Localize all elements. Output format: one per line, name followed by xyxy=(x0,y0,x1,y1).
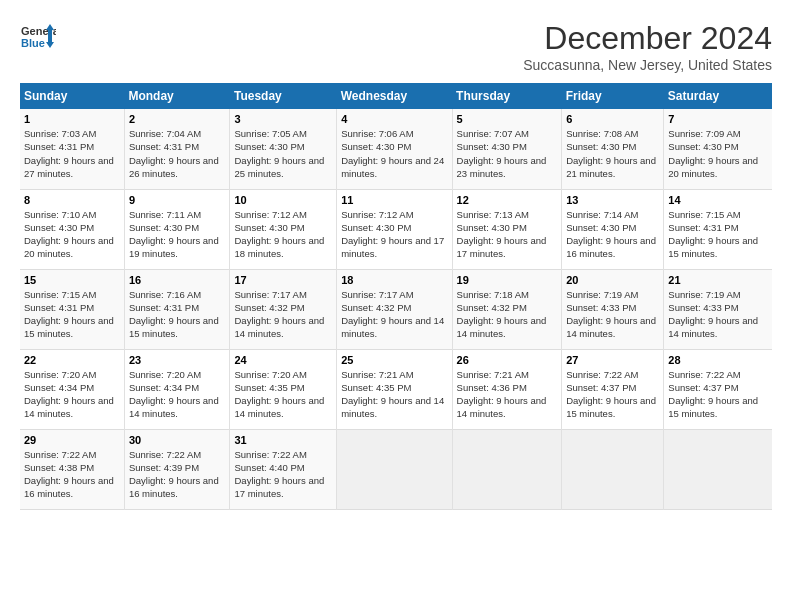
col-header-tuesday: Tuesday xyxy=(230,83,337,109)
day-info: Sunrise: 7:07 AM Sunset: 4:30 PM Dayligh… xyxy=(457,127,558,180)
day-info: Sunrise: 7:15 AM Sunset: 4:31 PM Dayligh… xyxy=(24,288,120,341)
day-cell: 2 Sunrise: 7:04 AM Sunset: 4:31 PM Dayli… xyxy=(124,109,230,189)
day-cell: 17 Sunrise: 7:17 AM Sunset: 4:32 PM Dayl… xyxy=(230,269,337,349)
day-cell: 31 Sunrise: 7:22 AM Sunset: 4:40 PM Dayl… xyxy=(230,429,337,509)
calendar-table: SundayMondayTuesdayWednesdayThursdayFrid… xyxy=(20,83,772,510)
day-number: 7 xyxy=(668,113,768,125)
day-cell: 20 Sunrise: 7:19 AM Sunset: 4:33 PM Dayl… xyxy=(562,269,664,349)
day-info: Sunrise: 7:18 AM Sunset: 4:32 PM Dayligh… xyxy=(457,288,558,341)
day-cell: 1 Sunrise: 7:03 AM Sunset: 4:31 PM Dayli… xyxy=(20,109,124,189)
day-cell: 10 Sunrise: 7:12 AM Sunset: 4:30 PM Dayl… xyxy=(230,189,337,269)
title-area: December 2024 Succasunna, New Jersey, Un… xyxy=(523,20,772,73)
day-info: Sunrise: 7:20 AM Sunset: 4:35 PM Dayligh… xyxy=(234,368,332,421)
day-cell xyxy=(562,429,664,509)
svg-text:Blue: Blue xyxy=(21,37,45,49)
col-header-sunday: Sunday xyxy=(20,83,124,109)
day-number: 16 xyxy=(129,274,226,286)
day-number: 11 xyxy=(341,194,447,206)
day-number: 4 xyxy=(341,113,447,125)
day-number: 5 xyxy=(457,113,558,125)
day-cell: 9 Sunrise: 7:11 AM Sunset: 4:30 PM Dayli… xyxy=(124,189,230,269)
day-cell: 6 Sunrise: 7:08 AM Sunset: 4:30 PM Dayli… xyxy=(562,109,664,189)
day-number: 15 xyxy=(24,274,120,286)
day-info: Sunrise: 7:15 AM Sunset: 4:31 PM Dayligh… xyxy=(668,208,768,261)
day-info: Sunrise: 7:16 AM Sunset: 4:31 PM Dayligh… xyxy=(129,288,226,341)
day-number: 30 xyxy=(129,434,226,446)
day-info: Sunrise: 7:17 AM Sunset: 4:32 PM Dayligh… xyxy=(341,288,447,341)
day-info: Sunrise: 7:17 AM Sunset: 4:32 PM Dayligh… xyxy=(234,288,332,341)
day-cell: 24 Sunrise: 7:20 AM Sunset: 4:35 PM Dayl… xyxy=(230,349,337,429)
day-cell: 13 Sunrise: 7:14 AM Sunset: 4:30 PM Dayl… xyxy=(562,189,664,269)
day-info: Sunrise: 7:22 AM Sunset: 4:39 PM Dayligh… xyxy=(129,448,226,501)
day-number: 27 xyxy=(566,354,659,366)
day-info: Sunrise: 7:21 AM Sunset: 4:35 PM Dayligh… xyxy=(341,368,447,421)
day-cell: 8 Sunrise: 7:10 AM Sunset: 4:30 PM Dayli… xyxy=(20,189,124,269)
week-row-4: 22 Sunrise: 7:20 AM Sunset: 4:34 PM Dayl… xyxy=(20,349,772,429)
day-number: 17 xyxy=(234,274,332,286)
col-header-thursday: Thursday xyxy=(452,83,562,109)
day-number: 9 xyxy=(129,194,226,206)
week-row-3: 15 Sunrise: 7:15 AM Sunset: 4:31 PM Dayl… xyxy=(20,269,772,349)
day-cell: 3 Sunrise: 7:05 AM Sunset: 4:30 PM Dayli… xyxy=(230,109,337,189)
day-number: 29 xyxy=(24,434,120,446)
logo-svg: General Blue xyxy=(20,20,56,56)
day-info: Sunrise: 7:12 AM Sunset: 4:30 PM Dayligh… xyxy=(341,208,447,261)
day-cell: 30 Sunrise: 7:22 AM Sunset: 4:39 PM Dayl… xyxy=(124,429,230,509)
day-cell: 12 Sunrise: 7:13 AM Sunset: 4:30 PM Dayl… xyxy=(452,189,562,269)
day-info: Sunrise: 7:09 AM Sunset: 4:30 PM Dayligh… xyxy=(668,127,768,180)
day-cell: 23 Sunrise: 7:20 AM Sunset: 4:34 PM Dayl… xyxy=(124,349,230,429)
day-info: Sunrise: 7:22 AM Sunset: 4:38 PM Dayligh… xyxy=(24,448,120,501)
page-header: General Blue December 2024 Succasunna, N… xyxy=(20,20,772,73)
day-number: 22 xyxy=(24,354,120,366)
day-number: 20 xyxy=(566,274,659,286)
day-cell: 7 Sunrise: 7:09 AM Sunset: 4:30 PM Dayli… xyxy=(664,109,772,189)
day-number: 10 xyxy=(234,194,332,206)
day-number: 13 xyxy=(566,194,659,206)
day-info: Sunrise: 7:14 AM Sunset: 4:30 PM Dayligh… xyxy=(566,208,659,261)
col-header-saturday: Saturday xyxy=(664,83,772,109)
day-number: 24 xyxy=(234,354,332,366)
day-cell: 5 Sunrise: 7:07 AM Sunset: 4:30 PM Dayli… xyxy=(452,109,562,189)
day-cell: 22 Sunrise: 7:20 AM Sunset: 4:34 PM Dayl… xyxy=(20,349,124,429)
day-cell: 21 Sunrise: 7:19 AM Sunset: 4:33 PM Dayl… xyxy=(664,269,772,349)
day-cell: 19 Sunrise: 7:18 AM Sunset: 4:32 PM Dayl… xyxy=(452,269,562,349)
day-number: 31 xyxy=(234,434,332,446)
day-number: 21 xyxy=(668,274,768,286)
day-cell: 25 Sunrise: 7:21 AM Sunset: 4:35 PM Dayl… xyxy=(337,349,452,429)
day-cell: 11 Sunrise: 7:12 AM Sunset: 4:30 PM Dayl… xyxy=(337,189,452,269)
header-row: SundayMondayTuesdayWednesdayThursdayFrid… xyxy=(20,83,772,109)
day-cell: 15 Sunrise: 7:15 AM Sunset: 4:31 PM Dayl… xyxy=(20,269,124,349)
day-number: 1 xyxy=(24,113,120,125)
day-number: 6 xyxy=(566,113,659,125)
day-cell: 27 Sunrise: 7:22 AM Sunset: 4:37 PM Dayl… xyxy=(562,349,664,429)
day-info: Sunrise: 7:11 AM Sunset: 4:30 PM Dayligh… xyxy=(129,208,226,261)
day-info: Sunrise: 7:20 AM Sunset: 4:34 PM Dayligh… xyxy=(129,368,226,421)
day-number: 19 xyxy=(457,274,558,286)
day-number: 23 xyxy=(129,354,226,366)
day-info: Sunrise: 7:19 AM Sunset: 4:33 PM Dayligh… xyxy=(668,288,768,341)
day-info: Sunrise: 7:03 AM Sunset: 4:31 PM Dayligh… xyxy=(24,127,120,180)
day-info: Sunrise: 7:22 AM Sunset: 4:37 PM Dayligh… xyxy=(668,368,768,421)
day-info: Sunrise: 7:22 AM Sunset: 4:37 PM Dayligh… xyxy=(566,368,659,421)
day-cell xyxy=(452,429,562,509)
day-number: 14 xyxy=(668,194,768,206)
day-number: 8 xyxy=(24,194,120,206)
week-row-5: 29 Sunrise: 7:22 AM Sunset: 4:38 PM Dayl… xyxy=(20,429,772,509)
day-number: 2 xyxy=(129,113,226,125)
day-info: Sunrise: 7:06 AM Sunset: 4:30 PM Dayligh… xyxy=(341,127,447,180)
day-info: Sunrise: 7:19 AM Sunset: 4:33 PM Dayligh… xyxy=(566,288,659,341)
day-cell: 28 Sunrise: 7:22 AM Sunset: 4:37 PM Dayl… xyxy=(664,349,772,429)
col-header-monday: Monday xyxy=(124,83,230,109)
day-info: Sunrise: 7:10 AM Sunset: 4:30 PM Dayligh… xyxy=(24,208,120,261)
day-cell: 16 Sunrise: 7:16 AM Sunset: 4:31 PM Dayl… xyxy=(124,269,230,349)
col-header-friday: Friday xyxy=(562,83,664,109)
day-number: 3 xyxy=(234,113,332,125)
day-number: 12 xyxy=(457,194,558,206)
day-cell: 4 Sunrise: 7:06 AM Sunset: 4:30 PM Dayli… xyxy=(337,109,452,189)
day-info: Sunrise: 7:05 AM Sunset: 4:30 PM Dayligh… xyxy=(234,127,332,180)
col-header-wednesday: Wednesday xyxy=(337,83,452,109)
day-cell: 26 Sunrise: 7:21 AM Sunset: 4:36 PM Dayl… xyxy=(452,349,562,429)
month-title: December 2024 xyxy=(523,20,772,57)
day-cell xyxy=(664,429,772,509)
day-info: Sunrise: 7:04 AM Sunset: 4:31 PM Dayligh… xyxy=(129,127,226,180)
